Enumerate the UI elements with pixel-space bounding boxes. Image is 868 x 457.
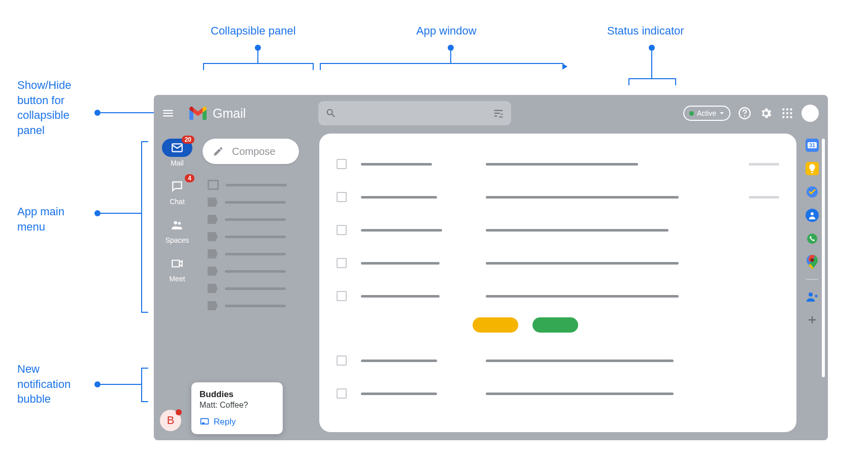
side-app-calendar[interactable]: 31 [806, 139, 819, 152]
svg-point-5 [786, 112, 788, 114]
help-icon [738, 107, 751, 120]
side-apps-rail: 31 [796, 132, 828, 440]
notification-title: Buddies [199, 389, 275, 400]
nav-chat[interactable]: 4 Chat [162, 177, 192, 206]
chevron-down-icon [719, 111, 724, 116]
keep-icon [809, 164, 816, 173]
reply-chat-icon [199, 417, 210, 427]
svg-rect-13 [202, 422, 205, 424]
scrollbar[interactable] [822, 139, 825, 377]
callout-collapsible-panel: Collapsible panel [211, 23, 296, 39]
maps-pin-icon [807, 255, 818, 269]
svg-point-0 [744, 115, 746, 117]
compose-label: Compose [232, 146, 276, 157]
app-window: Gmail Active 20 [154, 95, 828, 440]
category-chip-green[interactable] [532, 317, 578, 333]
mail-row[interactable] [337, 344, 779, 377]
checkbox[interactable] [337, 355, 347, 366]
mail-icon [171, 141, 184, 154]
nav-mail-label: Mail [171, 159, 184, 167]
checkbox[interactable] [337, 159, 347, 169]
side-app-add-person[interactable] [806, 290, 819, 303]
compose-button[interactable]: Compose [203, 139, 299, 164]
svg-point-8 [786, 116, 788, 118]
checkbox[interactable] [337, 225, 347, 235]
folder-item[interactable] [203, 193, 313, 211]
folder-inbox[interactable] [203, 176, 313, 193]
account-avatar[interactable] [802, 105, 819, 122]
callout-status-indicator: Status indicator [607, 23, 684, 39]
folder-item[interactable] [203, 228, 313, 245]
divider [806, 279, 818, 280]
svg-point-4 [782, 112, 784, 114]
side-app-contacts[interactable] [806, 209, 819, 222]
folder-item[interactable] [203, 297, 313, 314]
app-header: Gmail Active [154, 95, 828, 132]
label-icon [208, 301, 218, 310]
mail-row[interactable] [337, 247, 779, 280]
pencil-icon [213, 146, 224, 157]
notification-bubble[interactable]: B Buddies Matt: Coffee? Reply [160, 410, 181, 431]
tune-icon[interactable] [493, 108, 504, 119]
chat-icon [171, 180, 184, 193]
callout-notification-bubble: New notification bubble [17, 362, 71, 407]
side-app-voice[interactable] [806, 232, 819, 245]
app-main-menu: 20 Mail 4 Chat Spaces [154, 132, 201, 440]
side-app-tasks[interactable] [806, 185, 819, 199]
help-button[interactable] [738, 106, 752, 120]
notification-message: Matt: Coffee? [199, 401, 275, 410]
label-icon [208, 198, 218, 207]
svg-point-2 [786, 108, 788, 110]
nav-meet[interactable]: Meet [162, 254, 192, 283]
category-chip-yellow[interactable] [473, 317, 518, 333]
callout-show-hide: Show/Hide button for collapsible panel [17, 78, 71, 138]
svg-point-11 [178, 222, 181, 224]
notification-reply-button[interactable]: Reply [199, 417, 275, 427]
mail-row[interactable] [337, 214, 779, 247]
search-input[interactable] [318, 101, 511, 125]
mail-row[interactable] [337, 181, 779, 214]
label-icon [208, 232, 218, 241]
status-dot-icon [689, 111, 694, 116]
app-name: Gmail [213, 106, 246, 121]
checkbox[interactable] [337, 388, 347, 399]
svg-point-15 [811, 212, 814, 215]
message-list [319, 134, 796, 432]
svg-point-18 [809, 292, 813, 297]
notification-avatar: B [160, 410, 181, 431]
folder-item[interactable] [203, 245, 313, 263]
checkbox[interactable] [337, 192, 347, 202]
folder-item[interactable] [203, 263, 313, 280]
side-app-add[interactable] [806, 313, 819, 327]
menu-toggle-button[interactable] [154, 95, 182, 132]
status-indicator[interactable]: Active [683, 106, 730, 121]
gmail-logo[interactable]: Gmail [189, 106, 306, 121]
side-app-maps[interactable] [806, 255, 819, 269]
chat-badge: 4 [185, 174, 194, 182]
svg-point-1 [782, 108, 784, 110]
settings-button[interactable] [759, 106, 773, 120]
checkbox[interactable] [337, 258, 347, 268]
nav-spaces[interactable]: Spaces [162, 216, 192, 244]
nav-chat-label: Chat [170, 198, 185, 206]
apps-button[interactable] [780, 106, 794, 120]
label-icon [208, 267, 218, 276]
side-app-keep[interactable] [806, 162, 819, 175]
search-icon [325, 108, 337, 119]
status-label: Active [697, 109, 716, 117]
spaces-icon [171, 218, 184, 232]
mail-row[interactable] [337, 148, 779, 181]
mail-row[interactable] [337, 377, 779, 410]
checkbox[interactable] [337, 291, 347, 301]
folder-item[interactable] [203, 280, 313, 297]
gear-icon [759, 107, 773, 120]
nav-meet-label: Meet [169, 275, 185, 283]
person-icon [808, 211, 816, 219]
folder-item[interactable] [203, 211, 313, 228]
mail-row[interactable] [337, 280, 779, 344]
gmail-logo-icon [189, 107, 207, 120]
svg-point-3 [790, 108, 792, 110]
nav-mail[interactable]: 20 Mail [162, 139, 192, 167]
person-add-icon [806, 291, 819, 302]
label-icon [208, 215, 218, 224]
